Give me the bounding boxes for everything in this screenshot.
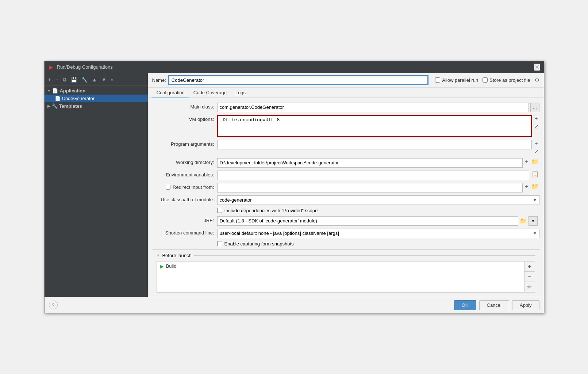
jre-dropdown-button[interactable]: ▼ <box>529 216 538 226</box>
main-class-browse-button[interactable]: ... <box>530 103 539 112</box>
remove-config-button[interactable]: − <box>54 76 60 83</box>
classpath-select[interactable]: code-generator <box>217 195 539 205</box>
include-deps-checkbox[interactable] <box>217 208 222 213</box>
copy-config-button[interactable]: ⧉ <box>61 76 68 84</box>
program-args-add-button[interactable]: + <box>533 140 539 147</box>
program-args-expand-button[interactable]: ⤢ <box>533 148 539 155</box>
add-config-button[interactable]: + <box>47 76 53 83</box>
tree-item-application[interactable]: ▼ 📄 Application <box>45 87 148 95</box>
shorten-cmd-label: Shorten command line: <box>152 229 214 236</box>
redirect-input-field: + 📁 <box>217 183 539 192</box>
right-panel: Name: Allow parallel run Store as projec… <box>148 73 544 297</box>
before-launch-arrow: ▼ <box>157 253 160 257</box>
before-launch-header: ▼ Before launch <box>152 250 539 261</box>
close-button[interactable]: ✕ <box>534 64 540 71</box>
tree-item-codegenerator[interactable]: 📄 CodeGenerator <box>45 95 148 102</box>
vm-options-expand-button[interactable]: ⤢ <box>533 123 539 130</box>
main-class-row: Main class: ... <box>152 103 539 112</box>
env-vars-label: Environment variables: <box>152 171 214 178</box>
left-toolbar: + − ⧉ 💾 🔧 ▲ ▼ » <box>45 75 148 85</box>
redirect-input-input[interactable] <box>217 183 523 192</box>
build-item-label: Build <box>166 263 177 269</box>
shorten-cmd-select-wrapper: user-local default: none - java [options… <box>217 229 539 238</box>
allow-parallel-label: Allow parallel run <box>435 77 478 83</box>
templates-icon: 🔧 <box>52 103 58 109</box>
main-class-input[interactable] <box>217 103 529 112</box>
expand-arrow-templates: ▶ <box>47 104 50 108</box>
jre-select-container: Default (1.8 - SDK of 'code-generator' m… <box>217 216 539 226</box>
jre-select-wrapper: Default (1.8 - SDK of 'code-generator' m… <box>217 216 518 226</box>
tree-area: ▼ 📄 Application 📄 CodeGenerator ▶ 🔧 Temp… <box>45 85 148 295</box>
build-add-button[interactable]: + <box>524 262 535 272</box>
classpath-label: Use classpath of module: <box>152 195 214 202</box>
program-args-label: Program arguments: <box>152 140 214 147</box>
before-launch-line <box>194 255 535 256</box>
working-dir-add-button[interactable]: + <box>524 158 529 165</box>
move-up-button[interactable]: ▲ <box>91 76 99 83</box>
env-vars-field: 📋 <box>217 171 539 180</box>
tab-logs[interactable]: Logs <box>231 88 250 98</box>
store-as-project-label: Store as project file <box>483 77 530 83</box>
build-list-inner: ▶ Build <box>157 261 524 293</box>
vm-options-input[interactable]: -Dfile.encoding=UTF-8 <box>217 115 532 137</box>
env-vars-row: Environment variables: 📋 <box>152 171 539 180</box>
tabs-bar: Configuration Code Coverage Logs <box>148 88 544 98</box>
program-args-input[interactable] <box>217 140 532 149</box>
shorten-cmd-field: user-local default: none - java [options… <box>217 229 539 238</box>
redirect-add-button[interactable]: + <box>524 183 529 190</box>
redirect-input-checkbox[interactable] <box>166 185 170 190</box>
build-edit-button[interactable]: ✏ <box>524 282 535 292</box>
build-item[interactable]: ▶ Build <box>157 262 524 271</box>
jre-browse-button[interactable]: 📁 <box>519 216 528 226</box>
redirect-input-label: Redirect input from: <box>173 184 214 190</box>
name-input[interactable] <box>169 76 428 84</box>
program-args-row: Program arguments: + ⤢ <box>152 140 539 155</box>
env-vars-input[interactable] <box>217 171 529 180</box>
main-class-field: ... <box>217 103 539 112</box>
apply-button[interactable]: Apply <box>512 300 539 310</box>
save-config-button[interactable]: 💾 <box>69 76 78 83</box>
build-icon: ▶ <box>160 263 164 269</box>
jre-dropdown-wrapper: ▼ <box>529 216 539 226</box>
redirect-browse-button[interactable]: 📁 <box>531 183 539 190</box>
shorten-cmd-select[interactable]: user-local default: none - java [options… <box>217 229 539 238</box>
vm-options-add-button[interactable]: + <box>533 115 539 122</box>
gear-icon: ⚙ <box>535 77 539 83</box>
ok-button[interactable]: OK <box>454 300 476 310</box>
build-side-buttons: + − ✏ <box>524 261 535 293</box>
allow-parallel-checkbox[interactable] <box>435 77 440 83</box>
include-deps-label: Include dependencies with "Provided" sco… <box>224 208 318 213</box>
title-bar: ▶ Run/Debug Configurations ✕ <box>45 61 544 73</box>
dialog-title: Run/Debug Configurations <box>57 64 113 70</box>
vm-options-label: VM options: <box>152 115 214 122</box>
store-as-project-checkbox[interactable] <box>483 77 488 83</box>
before-launch-section: ▼ Before launch ▶ Build + <box>152 249 539 293</box>
main-content: + − ⧉ 💾 🔧 ▲ ▼ » ▼ 📄 Application 📄 <box>45 73 544 297</box>
templates-label: Templates <box>59 103 82 109</box>
codegenerator-label: CodeGenerator <box>62 96 95 101</box>
tab-code-coverage[interactable]: Code Coverage <box>189 88 231 98</box>
jre-label: JRE: <box>152 216 214 223</box>
build-remove-button[interactable]: − <box>524 272 535 282</box>
classpath-row: Use classpath of module: code-generator … <box>152 195 539 205</box>
shorten-cmd-row: Shorten command line: user-local default… <box>152 229 539 238</box>
working-dir-input[interactable] <box>217 158 523 168</box>
codegenerator-icon: 📄 <box>55 96 61 101</box>
working-dir-browse-button[interactable]: 📁 <box>531 158 539 165</box>
help-button[interactable]: ? <box>49 301 58 309</box>
tree-item-templates[interactable]: ▶ 🔧 Templates <box>45 102 148 110</box>
program-args-field: + ⤢ <box>217 140 539 155</box>
vm-options-row: VM options: -Dfile.encoding=UTF-8 + ⤢ <box>152 115 539 137</box>
wrench-button[interactable]: 🔧 <box>80 76 89 83</box>
form-snapshots-checkbox[interactable] <box>217 241 222 246</box>
working-dir-field: + 📁 <box>217 158 539 168</box>
more-options-button[interactable]: » <box>109 77 115 83</box>
jre-select[interactable]: Default (1.8 - SDK of 'code-generator' m… <box>217 216 518 226</box>
env-vars-edit-button[interactable]: 📋 <box>531 171 539 178</box>
left-panel: + − ⧉ 💾 🔧 ▲ ▼ » ▼ 📄 Application 📄 <box>45 73 148 297</box>
tab-configuration[interactable]: Configuration <box>152 88 189 98</box>
move-down-button[interactable]: ▼ <box>100 76 108 83</box>
run-debug-dialog: ▶ Run/Debug Configurations ✕ + − ⧉ 💾 🔧 ▲… <box>44 61 544 313</box>
name-row: Name: Allow parallel run Store as projec… <box>148 73 544 88</box>
cancel-button[interactable]: Cancel <box>479 300 509 310</box>
